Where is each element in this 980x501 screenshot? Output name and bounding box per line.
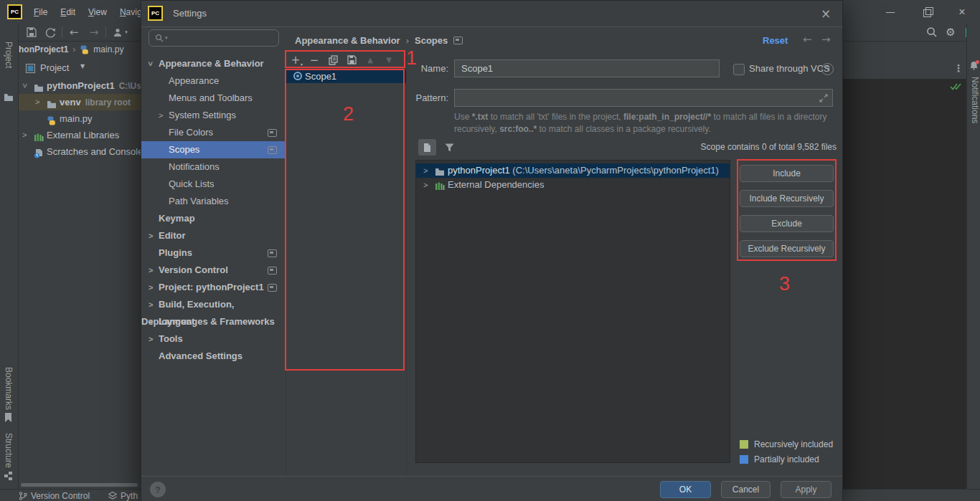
ok-button[interactable]: OK bbox=[660, 481, 711, 498]
breadcrumb-file[interactable]: main.py bbox=[93, 44, 123, 54]
project-tree-item[interactable]: >venvlibrary root bbox=[19, 94, 141, 110]
legend-recursively-included: Recursively included bbox=[740, 439, 833, 450]
settings-nav-plugins[interactable]: Plugins bbox=[141, 244, 286, 262]
expand-field-icon[interactable] bbox=[819, 94, 828, 105]
settings-nav-tools[interactable]: >Tools bbox=[141, 330, 286, 348]
back-icon[interactable]: ← bbox=[67, 26, 81, 39]
settings-nav-advanced-settings[interactable]: Advanced Settings bbox=[141, 348, 286, 365]
menu-file[interactable]: File bbox=[27, 7, 54, 17]
breadcrumb-item[interactable]: Appearance & Behavior bbox=[295, 35, 400, 46]
toolbar-separator bbox=[105, 27, 106, 37]
scratch-icon bbox=[34, 147, 44, 163]
screen: PC FileEditViewNavigate — × ← → bbox=[0, 0, 980, 501]
settings-nav-build-execution-deployment[interactable]: >Build, Execution, Deployment bbox=[141, 296, 286, 313]
restore-icon bbox=[923, 9, 931, 17]
scope-tree-item[interactable]: >pythonProject1 (C:\Users\aneta\PycharmP… bbox=[416, 163, 730, 178]
close-window-button[interactable]: × bbox=[944, 0, 980, 24]
menu-edit[interactable]: Edit bbox=[54, 7, 82, 17]
per-project-badge-icon bbox=[268, 267, 277, 275]
tree-chevron-icon[interactable]: > bbox=[149, 296, 153, 313]
tree-chevron-icon[interactable]: > bbox=[35, 94, 39, 110]
tree-chevron-icon[interactable]: > bbox=[423, 178, 428, 192]
settings-nav-project-pythonproject1[interactable]: >Project: pythonProject1 bbox=[141, 279, 286, 296]
search-icon bbox=[155, 34, 164, 42]
settings-nav-editor[interactable]: >Editor bbox=[141, 227, 286, 244]
structure-tool-button[interactable]: Structure bbox=[4, 433, 14, 468]
layers-icon bbox=[108, 492, 117, 500]
settings-nav-scopes[interactable]: Scopes bbox=[141, 141, 286, 158]
settings-nav-path-variables[interactable]: Path Variables bbox=[141, 193, 286, 210]
tree-chevron-icon[interactable]: > bbox=[423, 163, 428, 178]
settings-nav-version-control[interactable]: >Version Control bbox=[141, 262, 286, 279]
dialog-titlebar: PC Settings × bbox=[141, 1, 842, 27]
name-field[interactable] bbox=[454, 59, 720, 77]
tree-chevron-icon[interactable]: > bbox=[142, 62, 159, 66]
settings-nav-notifications[interactable]: Notifications bbox=[141, 158, 286, 176]
refresh-icon[interactable] bbox=[43, 26, 57, 39]
settings-nav-tree: >Appearance & BehaviorAppearanceMenus an… bbox=[141, 51, 286, 476]
horizontal-scrollbar[interactable] bbox=[21, 483, 138, 487]
cancel-button[interactable]: Cancel bbox=[721, 481, 771, 498]
share-help-icon[interactable]: ? bbox=[821, 63, 834, 75]
project-tool-button[interactable]: Project bbox=[4, 42, 14, 68]
history-forward-icon[interactable]: → bbox=[821, 33, 831, 46]
settings-search-input[interactable] bbox=[169, 32, 265, 44]
status-item-version-control[interactable]: Version Control bbox=[19, 491, 90, 501]
share-vcs-checkbox[interactable] bbox=[733, 64, 745, 75]
settings-gear-icon[interactable]: ⚙ bbox=[943, 26, 958, 39]
search-everywhere-icon[interactable] bbox=[925, 26, 939, 39]
tree-chevron-icon[interactable]: > bbox=[149, 227, 153, 244]
save-icon[interactable] bbox=[24, 26, 39, 39]
menu-view[interactable]: View bbox=[82, 7, 113, 17]
notifications-tool-button[interactable]: Notifications bbox=[970, 77, 980, 123]
pattern-field[interactable] bbox=[454, 89, 833, 107]
settings-nav-appearance-behavior[interactable]: >Appearance & Behavior bbox=[141, 55, 286, 72]
scope-tree-item[interactable]: >External Dependencies bbox=[416, 178, 730, 192]
maximize-button[interactable] bbox=[908, 0, 944, 24]
notifications-bell-icon[interactable] bbox=[969, 61, 979, 72]
settings-nav-file-colors[interactable]: File Colors bbox=[141, 124, 286, 141]
tree-chevron-icon[interactable]: > bbox=[159, 107, 163, 124]
settings-search-field[interactable]: ▾ bbox=[149, 29, 279, 47]
scope-badge-icon bbox=[453, 37, 463, 44]
ide-breadcrumb: pythonProject1 › main.py bbox=[6, 41, 123, 58]
forward-icon[interactable]: → bbox=[87, 26, 101, 39]
more-options-icon[interactable]: ⋮ bbox=[953, 62, 963, 74]
tree-chevron-icon[interactable]: > bbox=[149, 313, 153, 330]
per-project-badge-icon bbox=[268, 146, 277, 154]
settings-nav-quick-lists[interactable]: Quick Lists bbox=[141, 176, 286, 193]
apply-button[interactable]: Apply bbox=[781, 481, 831, 498]
inspections-ok-icon[interactable] bbox=[950, 82, 962, 93]
status-item-pyth[interactable]: Pyth bbox=[108, 491, 138, 501]
user-profile-icon[interactable]: ▾ bbox=[110, 26, 131, 39]
dialog-close-icon[interactable]: × bbox=[817, 5, 834, 22]
minimize-button[interactable]: — bbox=[872, 0, 908, 24]
project-tree-item[interactable]: >pythonProject1C:\Use bbox=[19, 77, 141, 94]
filter-icon[interactable] bbox=[443, 141, 456, 154]
pattern-input[interactable] bbox=[460, 92, 810, 104]
name-input[interactable] bbox=[460, 62, 706, 75]
settings-nav-menus-and-toolbars[interactable]: Menus and Toolbars bbox=[141, 90, 286, 107]
settings-nav-appearance[interactable]: Appearance bbox=[141, 72, 286, 90]
annotation-box-1 bbox=[285, 50, 405, 68]
reset-link[interactable]: Reset bbox=[763, 35, 788, 46]
bookmarks-tool-button[interactable]: Bookmarks bbox=[4, 367, 14, 410]
settings-nav-languages-frameworks[interactable]: >Languages & Frameworks bbox=[141, 313, 286, 330]
breadcrumb-item[interactable]: Scopes bbox=[415, 35, 448, 46]
tree-chevron-icon[interactable]: > bbox=[22, 127, 27, 143]
help-icon[interactable]: ? bbox=[150, 482, 166, 497]
project-panel-title[interactable]: Project bbox=[40, 62, 69, 73]
tree-chevron-icon[interactable]: > bbox=[149, 279, 153, 296]
chevron-down-icon[interactable]: ▼ bbox=[80, 63, 85, 70]
tree-chevron-icon[interactable]: > bbox=[149, 262, 153, 279]
notification-badge bbox=[976, 60, 979, 64]
settings-nav-keymap[interactable]: Keymap bbox=[141, 210, 286, 227]
settings-nav-system-settings[interactable]: >System Settings bbox=[141, 107, 286, 124]
project-tree-item[interactable]: Scratches and Consoles bbox=[19, 143, 141, 160]
project-tree-item[interactable]: main.py bbox=[19, 110, 141, 127]
history-back-icon[interactable]: ← bbox=[803, 33, 812, 46]
project-tree-item[interactable]: >External Libraries bbox=[19, 127, 141, 143]
tree-chevron-icon[interactable]: > bbox=[149, 330, 153, 348]
tree-chevron-icon[interactable]: > bbox=[19, 83, 33, 87]
show-files-toggle[interactable] bbox=[418, 139, 436, 156]
